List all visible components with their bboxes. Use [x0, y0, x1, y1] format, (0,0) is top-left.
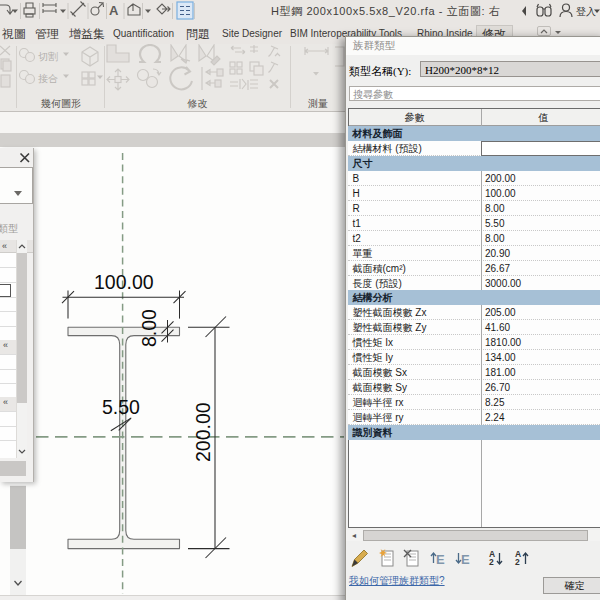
svg-text:8.00: 8.00 — [138, 309, 160, 347]
svg-text:200.00: 200.00 — [192, 402, 214, 462]
svg-text:E: E — [461, 552, 470, 567]
svg-text:5.50: 5.50 — [102, 396, 140, 418]
svg-text:100.00: 100.00 — [94, 271, 154, 293]
svg-text:2: 2 — [489, 557, 494, 567]
svg-text:E: E — [436, 552, 445, 567]
svg-text:A: A — [109, 3, 119, 18]
svg-text:2: 2 — [515, 557, 520, 567]
